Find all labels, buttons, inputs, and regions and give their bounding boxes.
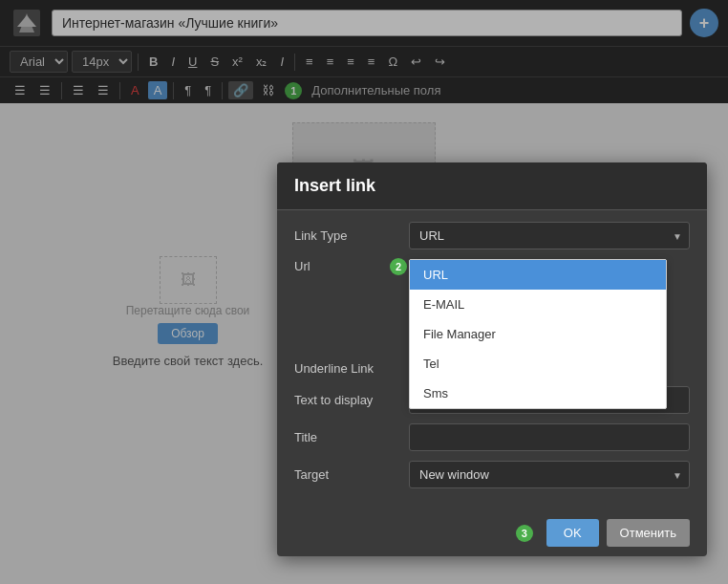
link-type-row: Link Type URL (294, 222, 690, 249)
dialog-footer: 3 OK Отменить (277, 509, 707, 556)
title-row: Title (294, 423, 690, 451)
link-type-select[interactable]: URL (409, 222, 690, 249)
link-type-label: Link Type (294, 228, 409, 243)
url-row: Url 2 URL E-MAIL File Manager Tel Sms (294, 259, 690, 273)
title-label: Title (294, 430, 409, 444)
target-select-wrapper: New window (409, 461, 690, 488)
dropdown-sms-option[interactable]: Sms (410, 379, 666, 408)
underline-link-label: Underline Link (294, 361, 409, 376)
text-to-display-label: Text to display (294, 393, 409, 407)
badge2[interactable]: 2 (390, 258, 407, 275)
dropdown-filemanager-option[interactable]: File Manager (410, 319, 666, 349)
target-label: Target (294, 467, 409, 482)
dialog-body: Link Type URL Url 2 URL E-MAIL File Mana… (277, 210, 707, 509)
dialog-title: Insert link (277, 162, 707, 210)
target-row: Target New window (294, 461, 690, 488)
dropdown-tel-option[interactable]: Tel (410, 349, 666, 379)
ok-button[interactable]: OK (546, 519, 599, 547)
link-type-dropdown: URL E-MAIL File Manager Tel Sms (409, 259, 667, 409)
insert-link-dialog: Insert link Link Type URL Url 2 URL E-MA… (277, 162, 707, 556)
link-type-select-wrapper: URL (409, 222, 690, 249)
cancel-button[interactable]: Отменить (607, 519, 690, 547)
dropdown-email-option[interactable]: E-MAIL (410, 290, 666, 319)
badge3[interactable]: 3 (516, 525, 533, 542)
target-select[interactable]: New window (409, 461, 690, 488)
dropdown-url-option[interactable]: URL (410, 260, 666, 290)
title-input[interactable] (409, 423, 690, 451)
